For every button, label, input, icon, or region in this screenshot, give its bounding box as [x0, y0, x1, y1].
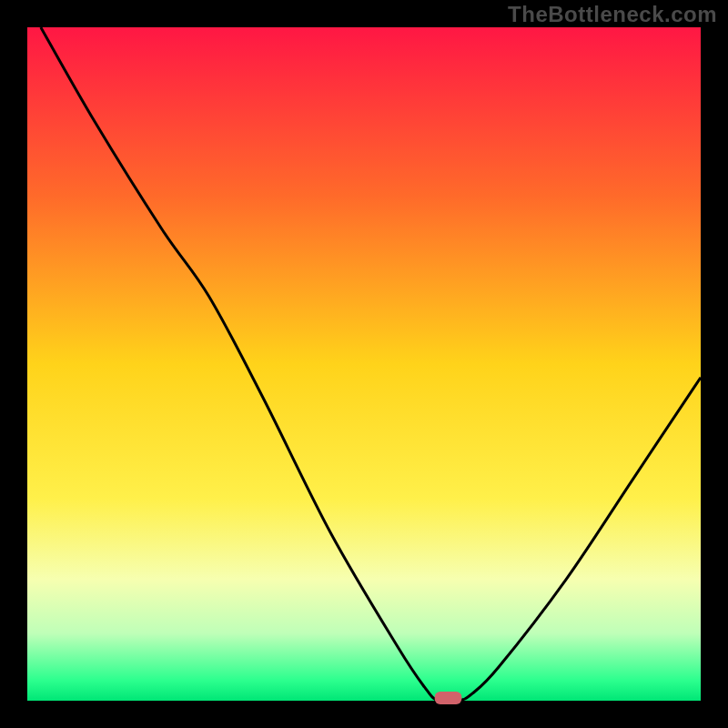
chart-frame: TheBottleneck.com — [0, 0, 728, 728]
watermark-label: TheBottleneck.com — [508, 2, 717, 27]
bottleneck-chart-svg — [0, 0, 728, 728]
optimal-marker — [435, 692, 462, 704]
plot-background — [27, 27, 701, 701]
